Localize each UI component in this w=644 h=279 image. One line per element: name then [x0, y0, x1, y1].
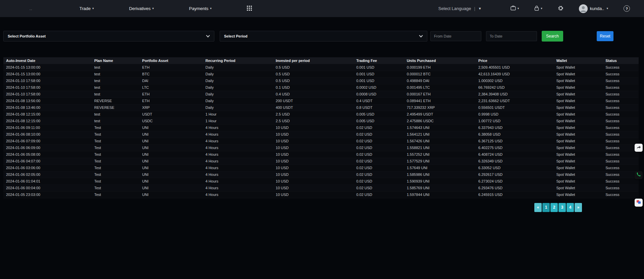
- table-cell: USDT: [140, 111, 203, 118]
- pagination-page-3[interactable]: 3: [558, 203, 566, 212]
- table-cell: 1.590939 UNI: [404, 178, 476, 185]
- table-cell: 1.57649 UNI: [404, 164, 476, 171]
- table-cell: Spot Wallet: [554, 185, 603, 191]
- chevron-down-icon: ▾: [152, 7, 154, 10]
- apps-grid-button[interactable]: [247, 6, 252, 12]
- table-cell: Success: [603, 185, 639, 191]
- table-cell: USDC: [140, 118, 203, 124]
- table-row: 2024-01-06 05:08:00TestUNI4 Hours10 USD0…: [3, 151, 639, 158]
- table-cell: Daily: [203, 77, 273, 84]
- table-cell: 2024-01-08 12:15:00: [3, 118, 92, 124]
- share-widget-button[interactable]: [635, 144, 643, 152]
- settings-button[interactable]: [558, 5, 564, 12]
- table-cell: 2024-01-06 05:08:00: [3, 151, 92, 158]
- table-cell: Success: [603, 178, 639, 185]
- table-cell: Spot Wallet: [554, 164, 603, 171]
- period-select-label: Select Period: [224, 34, 248, 38]
- table-cell: 2,231.63662 USDT: [476, 97, 553, 104]
- table-cell: test: [92, 118, 140, 124]
- table-cell: 4 Hours: [203, 158, 273, 164]
- table-cell: 0.5 USD: [273, 64, 354, 71]
- table-cell: UNI: [140, 191, 203, 198]
- table-cell: DAI: [140, 77, 203, 84]
- table-cell: 4 Hours: [203, 144, 273, 151]
- period-select[interactable]: Select Period: [220, 31, 427, 42]
- table-cell: Test: [92, 138, 140, 144]
- table-cell: 4 Hours: [203, 178, 273, 185]
- table-cell: 2024-01-06 09:11:00: [3, 124, 92, 131]
- table-cell: UNI: [140, 151, 203, 158]
- table-cell: 4 Hours: [203, 124, 273, 131]
- pagination-page-4[interactable]: 4: [567, 203, 574, 212]
- table-cell: 2024-01-08 13:56:00: [3, 97, 92, 104]
- table-cell: 717.339232 XRP: [404, 104, 476, 111]
- whatsapp-widget-button[interactable]: [635, 171, 643, 179]
- nav-derivatives-label: Derivatives: [129, 6, 151, 11]
- auto-invest-history-section: Auto-Invest DatePlan NamePortfolio Asset…: [3, 57, 639, 212]
- table-cell: 0.089441 ETH: [404, 97, 476, 104]
- table-cell: 0.000199 ETH: [404, 64, 476, 71]
- table-cell: 0.9998 USD: [476, 111, 553, 118]
- table-cell: 0.02 USD: [354, 185, 404, 191]
- table-cell: 0.02 USD: [354, 131, 404, 138]
- table-cell: 10 USD: [273, 138, 354, 144]
- column-header-portfolio-asset: Portfolio Asset: [140, 57, 203, 64]
- wallet-icon: [511, 6, 516, 11]
- table-cell: 2024-01-06 03:06:00: [3, 164, 92, 171]
- security-menu[interactable]: ▾: [534, 6, 542, 12]
- table-cell: 10 USD: [273, 124, 354, 131]
- table-cell: Success: [603, 77, 639, 84]
- table-cell: 1.577529 UNI: [404, 158, 476, 164]
- filter-bar: Select Portfolio Asset Select Period Sea…: [3, 31, 644, 42]
- table-cell: 4 Hours: [203, 185, 273, 191]
- table-cell: 10 USD: [273, 131, 354, 138]
- logo[interactable]: ..: [30, 6, 33, 11]
- chat-widget-button[interactable]: [635, 199, 643, 207]
- table-row: 2024-01-08 12:15:00testUSDC1 Hour2.5 USD…: [3, 118, 639, 124]
- table-cell: 0.0002 USD: [354, 84, 404, 91]
- nav-trade[interactable]: Trade ▾: [79, 6, 94, 11]
- from-date-input[interactable]: [430, 31, 481, 41]
- table-cell: Success: [603, 71, 639, 77]
- table-cell: 42,613.16439 USD: [476, 71, 553, 77]
- nav-derivatives[interactable]: Derivatives ▾: [129, 6, 154, 11]
- to-date-input[interactable]: [486, 31, 537, 41]
- table-cell: 6.367125 USD: [476, 138, 553, 144]
- table-row: 2024-01-15 13:00:00testBTCDaily0.5 USD0.…: [3, 71, 639, 77]
- portfolio-asset-select-label: Select Portfolio Asset: [8, 34, 46, 38]
- language-selector[interactable]: Select Language | ▼: [438, 6, 482, 11]
- table-cell: Test: [92, 131, 140, 138]
- table-cell: UNI: [140, 131, 203, 138]
- table-cell: Test: [92, 144, 140, 151]
- portfolio-asset-select[interactable]: Select Portfolio Asset: [3, 31, 214, 42]
- table-row: 2024-01-06 06:09:00TestUNI4 Hours10 USD0…: [3, 144, 639, 151]
- chevron-down-icon: ▼: [478, 7, 482, 10]
- gear-icon: [558, 5, 564, 12]
- search-button[interactable]: Search: [542, 31, 563, 42]
- chevron-down-icon: ▾: [606, 7, 608, 10]
- table-cell: Spot Wallet: [554, 144, 603, 151]
- wallet-menu[interactable]: ▾: [511, 6, 519, 11]
- avatar: [579, 4, 588, 13]
- pagination-prev-button[interactable]: «: [534, 203, 542, 212]
- table-row: 2024-01-06 00:04:00TestUNI4 Hours10 USD0…: [3, 185, 639, 191]
- navbar-right: Select Language | ▼ ▾ ▾: [438, 4, 644, 13]
- table-cell: Success: [603, 171, 639, 178]
- chevron-down-icon: [419, 33, 423, 37]
- table-cell: test: [92, 64, 140, 71]
- pagination-page-1[interactable]: 1: [542, 203, 550, 212]
- table-cell: 0.4 USDT: [354, 97, 404, 104]
- help-button[interactable]: ?: [624, 5, 630, 12]
- table-cell: Daily: [203, 64, 273, 71]
- table-cell: 2024-01-10 17:58:00: [3, 77, 92, 84]
- table-cell: 0.001 USD: [354, 64, 404, 71]
- pagination-page-2[interactable]: 2: [550, 203, 558, 212]
- reset-button[interactable]: Reset: [597, 31, 613, 41]
- table-cell: Spot Wallet: [554, 158, 603, 164]
- table-cell: 1 Hour: [203, 118, 273, 124]
- table-cell: Spot Wallet: [554, 91, 603, 97]
- table-cell: Spot Wallet: [554, 77, 603, 84]
- pagination-next-button[interactable]: »: [575, 203, 582, 212]
- user-menu[interactable]: kunda.. ▾: [579, 4, 608, 13]
- nav-payments[interactable]: Payments ▾: [189, 6, 212, 11]
